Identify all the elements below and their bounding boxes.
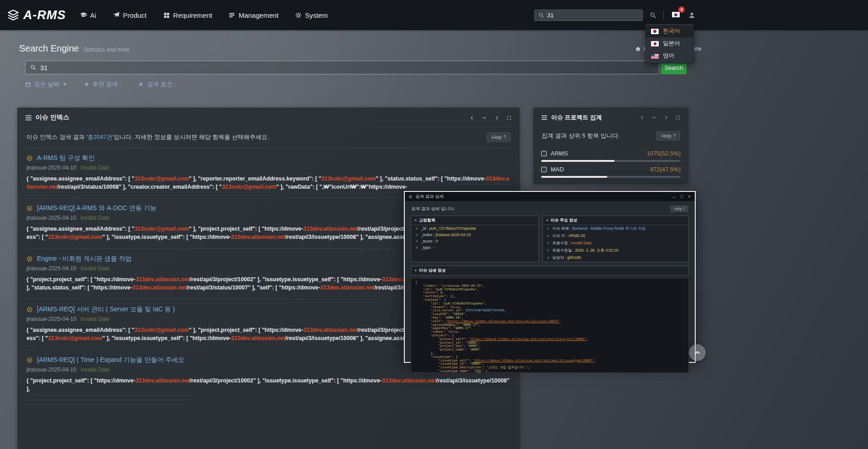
field-sep: : (433, 239, 436, 243)
field-value: jiraissue-2025-04-23 (435, 232, 471, 237)
field-sep: : (430, 245, 434, 250)
result-count[interactable]: 총2047건 (88, 134, 113, 140)
chevron-left-icon[interactable] (640, 115, 645, 120)
japan-flag-icon (651, 41, 659, 46)
result-summary-row: 이슈 인덱스 검색 결과 '총2047건'입니다. 자세한 정보를 보시려면 해… (26, 127, 512, 148)
lang-label: 일본어 (663, 40, 680, 47)
issue-title-link[interactable]: [ARMS-REQ] ( Time ) Expand 기능을 만들어 주세요 (37, 356, 185, 364)
field-value[interactable]: Backend - Middle Proxy Redis 추가와 작업 (572, 226, 646, 231)
help-button[interactable]: Help ? (487, 133, 511, 142)
panel-title-group: 이슈 인덱스 (26, 114, 69, 122)
menu-item-ai[interactable]: Ai (80, 11, 96, 19)
issue-date-note: Invalid Date (81, 366, 109, 373)
issue-detail-json: { "index": "jiraissue-2025-04-23", "id":… (411, 278, 689, 373)
issue-meta: jiraissue-2025-04-10 Invalid Date (26, 165, 511, 171)
field-key: _type (421, 245, 430, 250)
lang-item-japanese[interactable]: 일본어 (646, 37, 693, 50)
panel-controls (470, 115, 512, 120)
menu-item-requirement[interactable]: Requirement (163, 11, 212, 19)
chevron-up-icon (694, 349, 701, 356)
help-button[interactable]: Help ? (671, 206, 688, 212)
chevron-down-icon[interactable] (652, 115, 656, 120)
logo-text: A-RMS (23, 8, 66, 22)
issue-type-icon (26, 155, 33, 161)
filter-suggested-search[interactable]: 추천 검색 : (84, 80, 121, 88)
menu-item-product[interactable]: Product (113, 11, 147, 19)
checkbox[interactable] (541, 151, 547, 156)
usa-flag-icon (651, 53, 659, 59)
chevron-left-icon[interactable] (470, 115, 475, 120)
issue-title-link[interactable]: A-RMS 팀 구성 확인 (37, 154, 95, 162)
panel-header: 이슈 프로젝트 집계 (533, 108, 688, 127)
chevron-down-icon (63, 83, 67, 86)
issue-title-link[interactable]: [ARMS-REQ] 서버 관리 ( Server 모듈 및 IaC 등 ) (37, 305, 175, 314)
issue-date-note: Invalid Date (81, 265, 109, 272)
summary-prefix: 이슈 인덱스 검색 결과 ' (26, 134, 88, 140)
navbar: A-RMS Ai Product Requirement Management … (0, 0, 868, 30)
menu-item-system[interactable]: System (295, 11, 328, 19)
search-result-detail-modal: 검색 결과 상세 검색 결과 상세 입니다. Help ? 고정항목 _id :… (404, 191, 696, 363)
modal-info-boxes: 고정항목 _id : puN_YZYBaKa7OYiqwohw _index :… (411, 216, 689, 262)
field-key: 이슈 키 (553, 233, 565, 238)
aggregation-row: MAD 972(47.5%) (541, 166, 681, 178)
expand-icon[interactable] (506, 115, 512, 120)
list-icon (228, 12, 235, 19)
panel-title: 이슈 프로젝트 집계 (551, 114, 602, 122)
field-key: _id (421, 226, 426, 231)
expand-icon[interactable] (676, 115, 680, 120)
modal-summary-text: 검색 결과 상세 입니다. (411, 206, 455, 212)
box-title: 이슈 주요 정보 (543, 216, 688, 225)
project-count-value: 972(47.5%) (650, 166, 681, 173)
checkbox[interactable] (541, 167, 547, 172)
filter-label: 추천 검색 : (93, 80, 121, 88)
korea-flag-icon (651, 29, 659, 34)
field-row: 최종수정 : Invalid Date (543, 240, 688, 247)
star-icon (138, 82, 144, 87)
project-progress-bar (541, 160, 681, 162)
issue-title-link[interactable]: Engine - 비회원 게시판 샘플 작업 (37, 255, 132, 263)
issue-title-link[interactable]: [ARMS-REQ] A-RMS 와 A-DOC 연동 기능 (37, 204, 156, 212)
user-icon[interactable] (688, 11, 696, 19)
menu-item-management[interactable]: Management (228, 11, 279, 19)
page-title: Search Engine (19, 43, 79, 54)
result-summary-text: 이슈 인덱스 검색 결과 '총2047건'입니다. 자세한 정보를 보시려면 해… (26, 133, 269, 141)
scroll-to-top-button[interactable] (689, 344, 706, 361)
project-label: ARMS (551, 150, 568, 157)
minimize-icon[interactable] (672, 195, 676, 198)
search-icon[interactable] (650, 12, 656, 19)
menu-label: System (305, 11, 328, 19)
box-title: 고정항목 (411, 216, 538, 225)
section-title: 이슈 상세 정보 (411, 266, 688, 275)
chevron-down-icon[interactable] (482, 115, 487, 120)
menu-label: Ai (90, 11, 96, 19)
field-key: _score (421, 239, 433, 243)
field-key: 이슈 제목 (553, 226, 569, 231)
help-button[interactable]: Help ? (656, 131, 680, 140)
gear-icon (295, 12, 302, 19)
filter-all-dates[interactable]: 모든 날짜 (25, 80, 67, 88)
close-icon[interactable] (687, 195, 691, 198)
issue-date-note: Invalid Date (81, 316, 109, 322)
filter-search-condition[interactable]: 검색 조건 : (138, 80, 176, 88)
grid-icon (163, 12, 170, 19)
project-progress-fill (541, 160, 615, 162)
field-value: 0 (436, 239, 438, 243)
modal-titlebar[interactable]: 검색 결과 상세 (405, 192, 695, 201)
language-flag-button[interactable]: 3 (671, 10, 681, 21)
project-count-value: 1075(52.5%) (647, 150, 681, 157)
field-value: gkfn185 (567, 255, 581, 260)
nav-search-input[interactable] (547, 12, 639, 19)
page-head: Search Engine Statistics and more (19, 43, 129, 54)
lang-item-korean[interactable]: 한국어 (646, 25, 693, 37)
notification-badge: 3 (678, 6, 685, 13)
field-row: 최종수정일 : 2025. 3. 28. 오후 4:02:10 (543, 247, 688, 254)
chevron-right-icon[interactable] (664, 115, 668, 120)
app-logo[interactable]: A-RMS (7, 8, 66, 22)
search-input[interactable] (40, 64, 654, 72)
chevron-right-icon[interactable] (494, 115, 499, 120)
lang-item-english[interactable]: 영어 (646, 50, 693, 62)
filter-label: 모든 날짜 (34, 80, 60, 88)
maximize-icon[interactable] (680, 195, 683, 198)
lang-label: 영어 (663, 52, 674, 60)
project-aggregation-panel: 이슈 프로젝트 집계 집계 결과 상위 5 항목 입니다. Help ? ARM… (533, 108, 688, 184)
